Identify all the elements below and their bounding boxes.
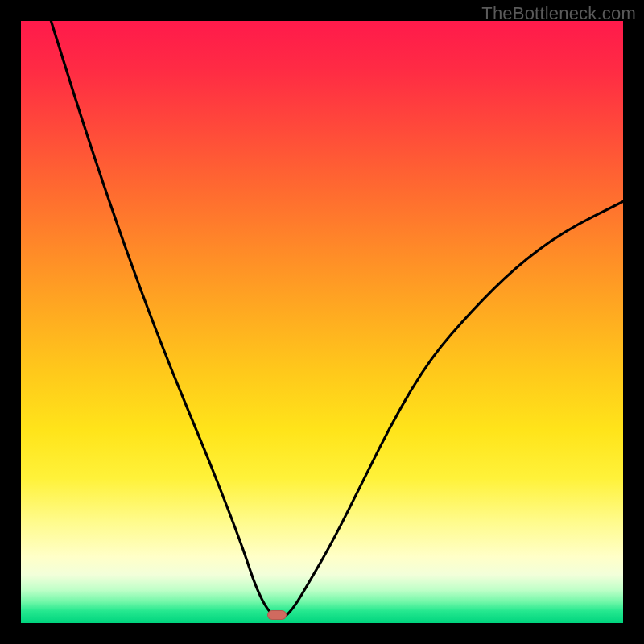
- optimal-point-marker: [267, 610, 287, 620]
- chart-frame: TheBottleneck.com: [0, 0, 644, 644]
- bottleneck-curve: [21, 21, 623, 623]
- watermark-text: TheBottleneck.com: [481, 3, 636, 24]
